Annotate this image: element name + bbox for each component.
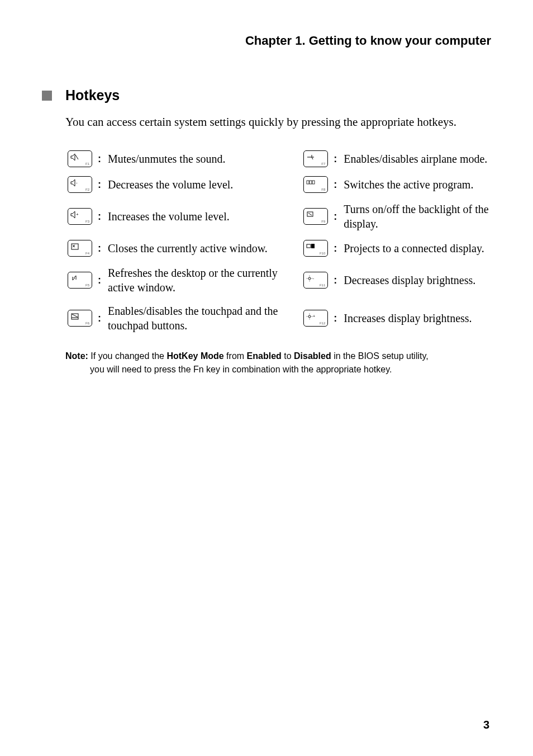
section-marker-icon [42, 91, 52, 101]
note-line2: you will need to press the Fn key in com… [90, 363, 491, 376]
refresh-key-icon: F5 [68, 272, 92, 289]
hotkey-description: Enables/disables airplane mode. [341, 146, 491, 172]
svg-text:+: + [76, 212, 79, 217]
table-row: - F2 : Decreases the volume level. F8 : … [65, 172, 491, 197]
fn-label: F6 [85, 322, 89, 325]
svg-point-13 [308, 277, 311, 280]
hotkey-description: Switches the active program. [341, 172, 491, 197]
table-row: F4 : Closes the currently active window.… [65, 235, 491, 261]
svg-text:+: + [313, 314, 315, 318]
table-row: F5 : Refreshes the desktop or the curren… [65, 261, 491, 299]
colon: : [96, 172, 106, 197]
svg-rect-8 [72, 244, 78, 249]
touchpad-key-icon: F6 [68, 310, 92, 327]
airplane-key-icon: F7 [303, 150, 328, 167]
colon: : [331, 146, 341, 172]
volume-down-key-icon: - F2 [68, 176, 92, 193]
hotkey-description: Decreases the volume level. [106, 172, 301, 197]
svg-line-21 [72, 314, 78, 317]
hotkey-description: Increases the volume level. [106, 197, 301, 235]
fn-label: F4 [85, 252, 89, 255]
note-text: in the BIOS setup utility, [331, 351, 429, 361]
colon: : [96, 299, 106, 337]
fn-label: F5 [85, 284, 89, 287]
note-text: If you changed the [88, 351, 167, 361]
chapter-title: Chapter 1. Getting to know your computer [42, 34, 491, 48]
note-text: to [282, 351, 294, 361]
colon: : [96, 261, 106, 299]
hotkey-description: Enables/disables the touchpad and the to… [106, 299, 301, 337]
table-row: + F3 : Increases the volume level. F9 : … [65, 197, 491, 235]
hotkey-description: Turns on/off the backlight of the displa… [341, 197, 491, 235]
project-key-icon: F10 [303, 240, 328, 257]
fn-label: F7 [321, 162, 325, 166]
section-header: Hotkeys [42, 87, 491, 103]
note-label: Note: [65, 351, 88, 361]
colon: : [331, 299, 341, 337]
colon: : [96, 235, 106, 261]
volume-up-key-icon: + F3 [68, 208, 92, 225]
table-row: F1 : Mutes/unmutes the sound. F7 : Enabl… [65, 146, 491, 172]
fn-label: F2 [85, 188, 89, 191]
fn-label: F9 [321, 220, 325, 223]
hotkey-description: Increases display brightness. [341, 299, 491, 337]
colon: : [331, 172, 341, 197]
table-row: F6 : Enables/disables the touchpad and t… [65, 299, 491, 337]
svg-point-22 [308, 315, 311, 318]
hotkey-description: Projects to a connected display. [341, 235, 491, 261]
note-block: Note: If you changed the HotKey Mode fro… [65, 349, 491, 375]
fn-label: F11 [320, 284, 325, 287]
hotkey-table: F1 : Mutes/unmutes the sound. F7 : Enabl… [65, 146, 491, 337]
svg-rect-2 [307, 181, 309, 184]
svg-line-0 [75, 155, 78, 159]
fn-label: F10 [320, 252, 325, 255]
svg-rect-12 [311, 244, 315, 248]
svg-rect-3 [310, 181, 312, 184]
intro-paragraph: You can access certain system settings q… [65, 114, 491, 130]
svg-text:-: - [313, 276, 315, 280]
hotkey-description: Refreshes the desktop or the currently a… [106, 261, 301, 299]
brightness-up-key-icon: + F12 [303, 310, 328, 327]
close-window-key-icon: F4 [68, 240, 92, 257]
colon: : [331, 261, 341, 299]
fn-label: F12 [320, 322, 325, 325]
svg-rect-4 [312, 181, 315, 184]
note-text: from [224, 351, 247, 361]
colon: : [96, 146, 106, 172]
colon: : [331, 235, 341, 261]
svg-text:-: - [76, 180, 78, 185]
hotkey-description: Decreases display brightness. [341, 261, 491, 299]
svg-rect-11 [307, 244, 311, 248]
fn-label: F8 [321, 188, 325, 191]
page-number: 3 [483, 719, 489, 731]
fn-label: F1 [85, 162, 89, 166]
section-title: Hotkeys [65, 87, 120, 103]
svg-line-7 [308, 213, 312, 215]
backlight-key-icon: F9 [303, 208, 328, 225]
fn-label: F3 [85, 220, 89, 223]
colon: : [96, 197, 106, 235]
note-bold: HotKey Mode [166, 351, 223, 361]
colon: : [331, 197, 341, 235]
mute-key-icon: F1 [68, 150, 92, 167]
note-bold: Enabled [247, 351, 282, 361]
switch-program-key-icon: F8 [303, 176, 328, 193]
hotkey-description: Closes the currently active window. [106, 235, 301, 261]
note-bold: Disabled [294, 351, 331, 361]
hotkey-description: Mutes/unmutes the sound. [106, 146, 301, 172]
brightness-down-key-icon: - F11 [303, 272, 328, 289]
